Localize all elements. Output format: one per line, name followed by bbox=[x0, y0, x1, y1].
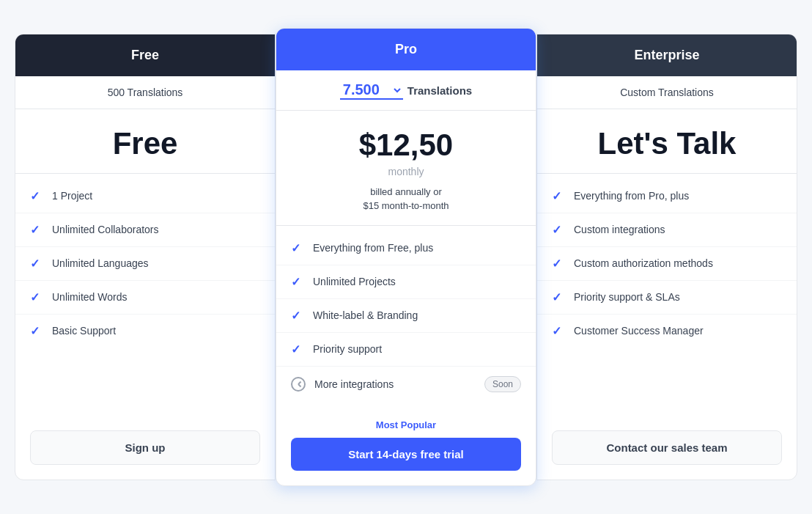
enterprise-features-list: ✓ Everything from Pro, plus ✓ Custom int… bbox=[537, 174, 797, 419]
feature-text: Priority support & SLAs bbox=[574, 291, 782, 303]
check-icon: ✓ bbox=[291, 309, 304, 323]
enterprise-plan-card: Enterprise Custom Translations Let's Tal… bbox=[536, 34, 797, 480]
enterprise-translations: Custom Translations bbox=[537, 76, 797, 109]
check-icon: ✓ bbox=[30, 290, 43, 304]
soon-badge: Soon bbox=[484, 376, 521, 392]
free-translations-text: 500 Translations bbox=[108, 87, 183, 98]
pro-translations-select[interactable]: 7.500 15.000 30.000 bbox=[340, 81, 403, 100]
feature-custom-integrations: ✓ Custom integrations bbox=[537, 213, 797, 247]
feature-text: 1 Project bbox=[52, 190, 260, 202]
free-price-section: Free bbox=[15, 109, 275, 173]
free-plan-card: Free 500 Translations Free ✓ 1 Project ✓… bbox=[15, 34, 276, 480]
check-icon: ✓ bbox=[291, 342, 304, 356]
enterprise-plan-title: Enterprise bbox=[634, 48, 699, 62]
check-icon: ✓ bbox=[30, 189, 43, 203]
feature-text: Priority support bbox=[313, 343, 521, 355]
enterprise-contact-button[interactable]: Contact our sales team bbox=[552, 430, 782, 465]
feature-text: Unlimited Projects bbox=[313, 276, 521, 287]
feature-text: Unlimited Languages bbox=[52, 257, 260, 269]
clock-icon bbox=[291, 377, 306, 392]
feature-more-integrations: More integrations Soon bbox=[276, 367, 536, 402]
check-icon: ✓ bbox=[552, 290, 565, 304]
feature-unlimited-collaborators: ✓ Unlimited Collaborators bbox=[15, 213, 275, 247]
feature-text: More integrations bbox=[314, 378, 471, 390]
free-signup-button[interactable]: Sign up bbox=[30, 430, 260, 465]
check-icon: ✓ bbox=[30, 324, 43, 338]
check-icon: ✓ bbox=[552, 223, 565, 237]
free-price: Free bbox=[30, 127, 260, 161]
check-icon: ✓ bbox=[291, 275, 304, 289]
pro-plan-header: Pro bbox=[276, 29, 536, 70]
feature-text: Customer Success Manager bbox=[574, 325, 782, 337]
feature-text: Custom authorization methods bbox=[574, 257, 782, 269]
feature-everything-pro: ✓ Everything from Pro, plus bbox=[537, 180, 797, 213]
enterprise-translations-text: Custom Translations bbox=[620, 87, 714, 98]
pro-translations-label: Translations bbox=[407, 84, 472, 97]
pro-price-billing: billed annually or$15 month-to-month bbox=[291, 185, 521, 213]
pro-trial-button[interactable]: Start 14-days free trial bbox=[291, 438, 521, 471]
feature-unlimited-words: ✓ Unlimited Words bbox=[15, 281, 275, 315]
feature-text: Unlimited Words bbox=[52, 291, 260, 303]
feature-white-label: ✓ White-label & Branding bbox=[276, 299, 536, 333]
free-translations: 500 Translations bbox=[15, 76, 275, 109]
feature-text: Basic Support bbox=[52, 325, 260, 337]
pro-plan-title: Pro bbox=[395, 42, 417, 56]
check-icon: ✓ bbox=[30, 223, 43, 237]
free-plan-header: Free bbox=[15, 34, 275, 76]
check-icon: ✓ bbox=[30, 257, 43, 271]
feature-text: Unlimited Collaborators bbox=[52, 224, 260, 235]
check-icon: ✓ bbox=[291, 241, 304, 255]
feature-everything-free: ✓ Everything from Free, plus bbox=[276, 232, 536, 265]
feature-unlimited-projects: ✓ Unlimited Projects bbox=[276, 265, 536, 299]
check-icon: ✓ bbox=[552, 257, 565, 271]
free-cta-section: Sign up bbox=[15, 419, 275, 480]
feature-text: Custom integrations bbox=[574, 224, 782, 235]
feature-text: Everything from Free, plus bbox=[313, 242, 521, 254]
feature-text: White-label & Branding bbox=[313, 309, 521, 321]
pro-most-popular-label: Most Popular bbox=[376, 419, 436, 430]
pricing-table: Free 500 Translations Free ✓ 1 Project ✓… bbox=[15, 34, 797, 480]
pro-features-list: ✓ Everything from Free, plus ✓ Unlimited… bbox=[276, 226, 536, 408]
check-icon: ✓ bbox=[552, 324, 565, 338]
feature-custom-auth: ✓ Custom authorization methods bbox=[537, 247, 797, 281]
feature-1-project: ✓ 1 Project bbox=[15, 180, 275, 213]
feature-text: Everything from Pro, plus bbox=[574, 190, 782, 202]
pro-price-section: $12,50 monthly billed annually or$15 mon… bbox=[276, 111, 536, 225]
feature-basic-support: ✓ Basic Support bbox=[15, 315, 275, 348]
pro-price: $12,50 bbox=[291, 128, 521, 162]
free-plan-title: Free bbox=[131, 48, 159, 62]
enterprise-cta-section: Contact our sales team bbox=[537, 419, 797, 480]
pro-cta-section: Most Popular Start 14-days free trial bbox=[276, 408, 536, 485]
free-features-list: ✓ 1 Project ✓ Unlimited Collaborators ✓ … bbox=[15, 174, 275, 419]
feature-success-manager: ✓ Customer Success Manager bbox=[537, 315, 797, 348]
feature-priority-support: ✓ Priority support bbox=[276, 333, 536, 367]
feature-unlimited-languages: ✓ Unlimited Languages bbox=[15, 247, 275, 281]
pro-translations-row: 7.500 15.000 30.000 Translations bbox=[276, 70, 536, 111]
check-icon: ✓ bbox=[552, 189, 565, 203]
pro-price-period: monthly bbox=[291, 166, 521, 177]
enterprise-price-section: Let's Talk bbox=[537, 109, 797, 173]
enterprise-price: Let's Talk bbox=[552, 127, 782, 161]
enterprise-plan-header: Enterprise bbox=[537, 34, 797, 76]
pro-plan-card: Pro 7.500 15.000 30.000 Translations $12… bbox=[276, 28, 536, 485]
feature-priority-slas: ✓ Priority support & SLAs bbox=[537, 281, 797, 315]
